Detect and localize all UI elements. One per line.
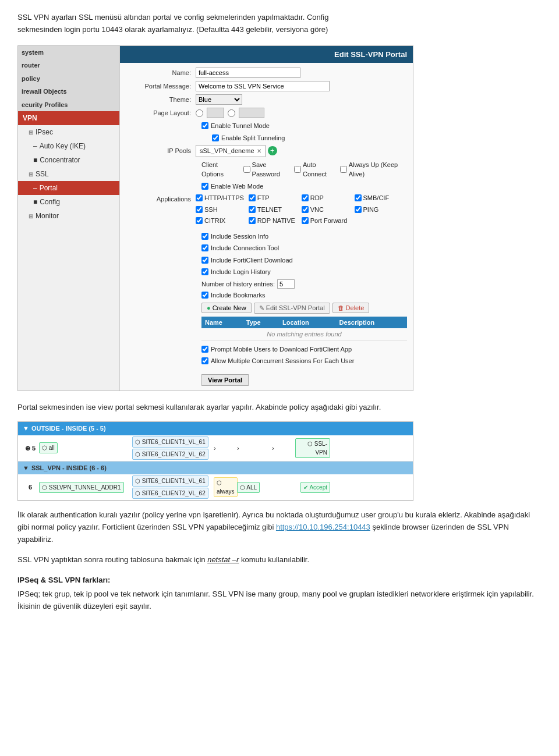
- enable-tunnel-checkbox[interactable]: [201, 122, 208, 129]
- ipseq-heading: IPSeq & SSL VPN farkları:: [17, 574, 542, 587]
- no-entries-label: No matching entries found: [201, 328, 407, 340]
- view-portal-btn[interactable]: View Portal: [201, 374, 249, 386]
- enable-split-checkbox[interactable]: [212, 134, 219, 141]
- create-new-label: Create New: [213, 304, 246, 311]
- history-label: Number of history entries:: [201, 279, 275, 289]
- name-input[interactable]: [196, 68, 300, 78]
- remove-tag-btn[interactable]: ✕: [257, 147, 261, 155]
- include-connection-label: Include Connection Tool: [211, 243, 279, 253]
- include-bookmarks-label: Include Bookmarks: [211, 290, 266, 300]
- policy-col-dst-2: ⬡ always: [214, 477, 237, 497]
- policy-row-2[interactable]: 6 ⬡ SSLVPN_TUNNEL_ADDR1 ⬡ SITE6_CLIENT1_…: [18, 474, 413, 501]
- enable-web-checkbox[interactable]: [201, 183, 208, 190]
- ip-pools-row: IP Pools sSL_VPN_deneme ✕ +: [126, 145, 407, 157]
- sidebar-label-concentrator: Concentrator: [40, 155, 80, 165]
- app-ssh-label: SSH: [204, 205, 218, 215]
- app-rdp-native-label: RDP NATIVE: [257, 216, 295, 226]
- delete-btn[interactable]: 🗑 Delete: [332, 303, 370, 313]
- sidebar-item-autokey[interactable]: – Auto Key (IKE): [18, 139, 119, 153]
- app-http-checkbox[interactable]: [196, 194, 203, 201]
- intro-line2: sekmesinden login portu 10443 olarak aya…: [17, 25, 328, 34]
- include-session-checkbox[interactable]: [201, 233, 208, 240]
- sidebar-label-ssl: SSL: [36, 169, 49, 179]
- app-telnet-checkbox[interactable]: [249, 206, 256, 213]
- add-ip-pool-btn[interactable]: +: [268, 146, 277, 155]
- policy-row-1[interactable]: ⊕ 5 ⬡ all ⬡ SITE6_CLIENT1_VL_61 ⬡ SITE6_…: [18, 435, 413, 462]
- create-new-btn[interactable]: ● Create New: [201, 303, 252, 313]
- intro-line1: SSL VPN ayarları SSL menüsü altından por…: [17, 13, 329, 22]
- enable-tunnel-row: Enable Tunnel Mode: [126, 121, 407, 131]
- app-smb-label: SMB/CIF: [363, 193, 390, 203]
- theme-select[interactable]: Blue Green Red: [196, 94, 242, 105]
- sidebar-item-ipsec[interactable]: ⊞ IPsec: [18, 125, 119, 139]
- sidebar-item-concentrator[interactable]: ■ Concentrator: [18, 153, 119, 167]
- sidebar-item-security-profiles[interactable]: ecurity Profiles: [18, 98, 119, 112]
- dash-icon-autokey: –: [33, 141, 37, 151]
- bookmarks-table: Name Type Location Description No matchi…: [201, 317, 407, 341]
- app-vnc-checkbox[interactable]: [302, 206, 309, 213]
- prompt-mobile-checkbox[interactable]: [201, 346, 208, 353]
- portal-message-row: Portal Message:: [126, 81, 407, 91]
- sidebar-label-config: Config: [40, 197, 60, 207]
- allow-multiple-checkbox[interactable]: [201, 357, 208, 364]
- sidebar-item-monitor[interactable]: ⊞ Monitor: [18, 209, 119, 223]
- sidebar-item-policy[interactable]: policy: [18, 72, 119, 86]
- app-rdp-checkbox[interactable]: [302, 194, 309, 201]
- bookmarks-toolbar: ● Create New ✎ Edit SSL-VPN Portal 🗑 Del…: [126, 303, 407, 314]
- sidebar-label-autokey: Auto Key (IKE): [40, 141, 86, 151]
- sidebar-label-firewall: irewall Objects: [22, 87, 67, 97]
- sidebar-item-config[interactable]: ■ Config: [18, 195, 119, 209]
- sidebar-item-portal[interactable]: – Portal: [18, 181, 119, 195]
- dash-icon-concentrator: ■: [33, 155, 37, 165]
- vpn-link[interactable]: https://10.10.196.254:10443: [276, 523, 370, 531]
- portal-message-input[interactable]: [196, 81, 330, 91]
- save-password-checkbox[interactable]: [243, 166, 250, 173]
- dash-icon-portal: –: [33, 183, 37, 193]
- edit-portal-btn[interactable]: ✎ Edit SSL-VPN Portal: [254, 303, 330, 314]
- app-smb-checkbox[interactable]: [355, 194, 362, 201]
- ipsec-icon: ⊞: [29, 128, 33, 137]
- bottom-checks: Prompt Mobile Users to Download FortiCli…: [126, 345, 407, 366]
- layout-options: [196, 108, 264, 118]
- always-up-checkbox[interactable]: [340, 166, 347, 173]
- routing-text: SSL VPN yaptıktan sonra routing tablosun…: [17, 555, 206, 564]
- sidebar-label-policy: policy: [22, 74, 40, 84]
- view-portal-wrapper: View Portal: [126, 371, 407, 386]
- col-name: Name: [201, 317, 243, 329]
- layout-radio-2[interactable]: [228, 109, 235, 117]
- app-citrix-checkbox[interactable]: [196, 217, 203, 224]
- sidebar-item-vpn[interactable]: VPN: [18, 111, 119, 125]
- include-forticlient-checkbox[interactable]: [201, 257, 208, 264]
- client-options-label: Client Options: [201, 160, 238, 179]
- app-http: HTTP/HTTPS: [196, 193, 244, 203]
- policy-group1-label: OUTSIDE - INSIDE (5 - 5): [31, 424, 106, 434]
- layout-btn-1[interactable]: [207, 108, 224, 118]
- sidebar-item-firewall-objects[interactable]: irewall Objects: [18, 85, 119, 98]
- sidebar-label-portal: Portal: [40, 183, 58, 193]
- include-connection-checkbox[interactable]: [201, 244, 208, 251]
- sidebar-item-ssl[interactable]: ⊞ SSL: [18, 167, 119, 181]
- app-portforward-checkbox[interactable]: [302, 217, 309, 224]
- app-ping: PING: [355, 205, 403, 215]
- theme-row: Theme: Blue Green Red: [126, 94, 407, 105]
- policy-col-sched-1: ›: [237, 443, 272, 453]
- app-telnet-label: TELNET: [257, 205, 282, 215]
- sidebar-item-system[interactable]: system: [18, 46, 119, 59]
- app-ssh-checkbox[interactable]: [196, 206, 203, 213]
- sidebar-item-router[interactable]: router: [18, 59, 119, 72]
- portal-text-section: Portal sekmesinden ise view portal sekme…: [17, 402, 542, 414]
- no-entries-row: No matching entries found: [201, 328, 407, 340]
- collapse-icon-2: ▼: [23, 463, 29, 473]
- app-ftp-checkbox[interactable]: [249, 194, 256, 201]
- layout-btn-2[interactable]: [239, 108, 264, 118]
- include-bookmarks-checkbox[interactable]: [201, 292, 208, 299]
- layout-radio-1[interactable]: [196, 109, 203, 117]
- app-rdp-native-checkbox[interactable]: [249, 217, 256, 224]
- app-ping-checkbox[interactable]: [355, 206, 362, 213]
- prompt-mobile-label: Prompt Mobile Users to Download FortiCli…: [211, 345, 352, 354]
- history-input[interactable]: [277, 279, 295, 289]
- prompt-mobile-row: Prompt Mobile Users to Download FortiCli…: [126, 345, 407, 354]
- auto-connect-checkbox[interactable]: [294, 166, 301, 173]
- include-login-checkbox[interactable]: [201, 268, 208, 275]
- collapse-icon-1: ▼: [23, 424, 29, 434]
